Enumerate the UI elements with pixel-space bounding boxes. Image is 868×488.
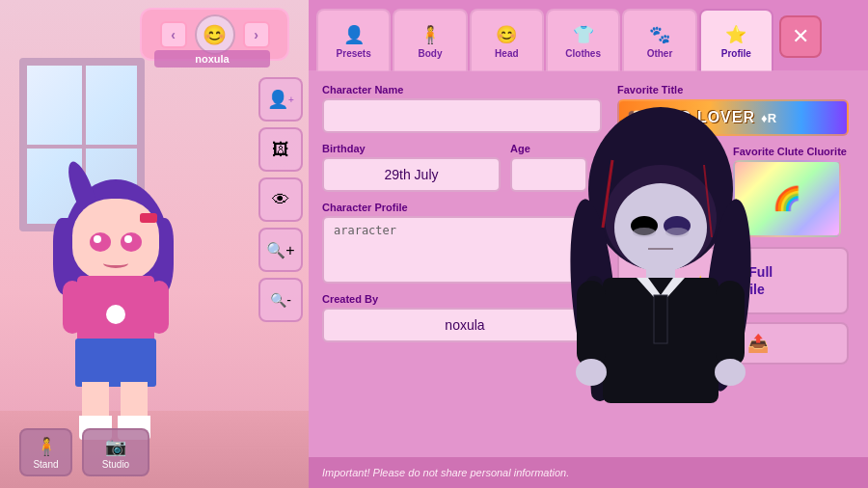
- tab-bar: 👤 Presets 🧍 Body 😊 Head 👕 Clothes 🐾 Othe…: [309, 0, 829, 72]
- eye-shine-left: [94, 235, 101, 243]
- tab-body-label: Body: [418, 48, 442, 59]
- profile-text-label: Character Profile: [322, 202, 608, 213]
- stand-button[interactable]: 🧍 Stand: [19, 428, 72, 476]
- tab-head-label: Head: [495, 48, 518, 59]
- created-by-group: Created By: [322, 293, 608, 342]
- tab-other-label: Other: [647, 48, 673, 59]
- shirt: [77, 276, 154, 343]
- shorts: [75, 339, 156, 387]
- export-icon: 📤: [747, 333, 769, 354]
- close-button[interactable]: ✕: [779, 15, 822, 58]
- char-name-group: Character Name: [322, 84, 608, 133]
- stand-label: Stand: [33, 459, 58, 470]
- character-name-display: noxula: [154, 50, 270, 68]
- tab-body[interactable]: 🧍 Body: [393, 9, 467, 71]
- fav-title-banner: 🐶 DOG LOVER ♦R: [617, 99, 849, 136]
- side-toolbar: 👤+ 🖼 👁 🔍+ 🔍-: [258, 77, 307, 322]
- other-icon: 🐾: [649, 24, 670, 45]
- profile-textarea[interactable]: [322, 216, 608, 284]
- clothes-icon: 👕: [573, 24, 594, 45]
- tab-clothes[interactable]: 👕 Clothes: [546, 9, 620, 71]
- tab-presets[interactable]: 👤 Presets: [316, 9, 391, 71]
- age-input[interactable]: [510, 157, 587, 192]
- left-character: [39, 160, 193, 430]
- head-icon: 😊: [496, 24, 517, 45]
- tab-head[interactable]: 😊 Head: [470, 9, 544, 71]
- character-head: [72, 199, 159, 281]
- profile-content: Character Name Birthday Age Cha: [309, 70, 868, 488]
- banner-text: DOG LOVER: [654, 109, 755, 126]
- fav-clute-box: 🌈: [733, 160, 841, 237]
- age-group: Age: [510, 143, 587, 192]
- photo-button[interactable]: 🖼: [258, 127, 303, 172]
- add-character-button[interactable]: 👤+: [258, 77, 303, 122]
- fav-clute-label: Favorite Clute Cluorite: [733, 146, 847, 157]
- fav-char-label: Favorite Character: [617, 146, 725, 157]
- profile-icon: ⭐: [725, 24, 746, 45]
- rainbow-icon: 🌈: [773, 185, 801, 212]
- zoom-out-button[interactable]: 🔍-: [258, 278, 303, 322]
- export-label: Export: [697, 336, 740, 351]
- avatar: 😊: [195, 14, 235, 55]
- eye-shine-right: [124, 235, 132, 243]
- char-name-label: Character Name: [322, 84, 608, 95]
- star-icon: ★: [693, 272, 707, 290]
- profile-text-group: Character Profile: [322, 202, 608, 284]
- age-label: Age: [510, 143, 587, 154]
- created-by-label: Created By: [322, 293, 608, 305]
- tab-profile-label: Profile: [721, 48, 751, 59]
- hairpin: [140, 213, 157, 223]
- tab-clothes-label: Clothes: [565, 48, 601, 59]
- export-button[interactable]: Export 📤: [617, 322, 849, 365]
- birthday-age-row: Birthday Age: [322, 143, 608, 192]
- eye-button[interactable]: 👁: [258, 177, 303, 222]
- tab-presets-label: Presets: [337, 48, 371, 59]
- fav-title-label: Favorite Title: [617, 84, 858, 95]
- presets-icon: 👤: [343, 24, 365, 45]
- profile-form: Character Name Birthday Age Cha: [322, 84, 608, 365]
- zoom-in-button[interactable]: 🔍+: [258, 228, 303, 272]
- char-name-input[interactable]: [322, 98, 602, 133]
- main-panel: 👤 Presets 🧍 Body 😊 Head 👕 Clothes 🐾 Othe…: [309, 0, 868, 488]
- eye-left: [90, 232, 111, 252]
- char-body: [58, 179, 174, 430]
- birthday-input[interactable]: [322, 157, 501, 192]
- stand-icon: 🧍: [36, 436, 57, 457]
- view-full-profile-button[interactable]: ★ View FullProfile: [617, 247, 849, 314]
- eye-right: [121, 232, 142, 252]
- fav-clute-group: Favorite Clute Cluorite 🌈: [733, 146, 847, 237]
- notice-text: Important! Please do not share personal …: [322, 467, 569, 478]
- studio-label: Studio: [102, 459, 129, 470]
- tab-other[interactable]: 🐾 Other: [622, 9, 696, 71]
- birthday-group: Birthday: [322, 143, 501, 192]
- right-column: Favorite Title 🐶 DOG LOVER ♦R Favorite C…: [617, 84, 858, 365]
- created-by-input[interactable]: [322, 308, 608, 342]
- shirt-logo: [106, 305, 125, 324]
- fav-char-box: [617, 160, 725, 237]
- dog-icon: 🐶: [627, 107, 648, 128]
- bottom-buttons: 🧍 Stand 📷 Studio: [19, 428, 149, 476]
- mouth: [103, 258, 128, 268]
- tab-profile[interactable]: ⭐ Profile: [699, 9, 773, 71]
- studio-button[interactable]: 📷 Studio: [82, 428, 149, 476]
- studio-icon: 📷: [105, 436, 126, 457]
- prev-character-button[interactable]: ‹: [160, 21, 187, 48]
- next-character-button[interactable]: ›: [243, 21, 270, 48]
- body-icon: 🧍: [420, 24, 441, 45]
- birthday-label: Birthday: [322, 143, 501, 154]
- view-full-profile-label: View FullProfile: [715, 263, 773, 298]
- fav-char-group: Favorite Character: [617, 146, 725, 237]
- banner-suffix: ♦R: [761, 111, 776, 125]
- fav-characters-row: Favorite Character Favorite Clute Cluori…: [617, 146, 858, 237]
- notice-bar: Important! Please do not share personal …: [309, 457, 868, 488]
